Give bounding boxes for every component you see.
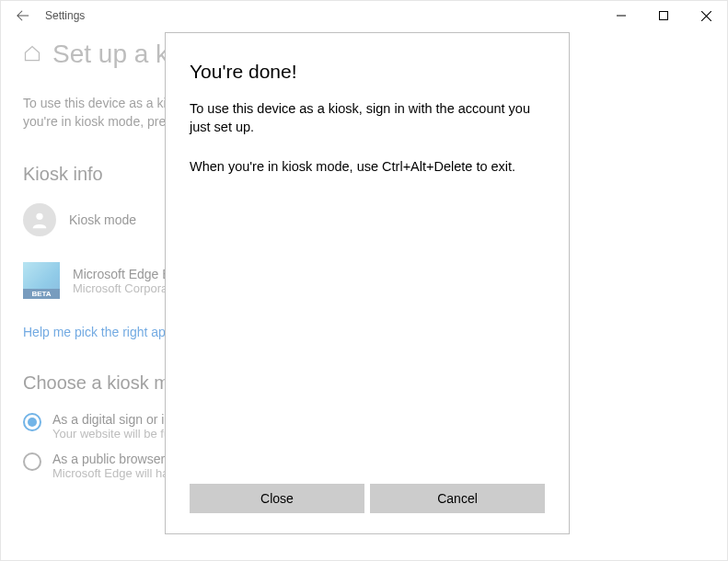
minimize-icon (617, 11, 626, 20)
window-title: Settings (45, 9, 85, 22)
titlebar: Settings (1, 1, 727, 30)
dialog-title: You're done! (190, 61, 545, 83)
edge-icon: BETA (23, 262, 60, 299)
arrow-left-icon (17, 9, 29, 22)
svg-rect-0 (660, 12, 668, 20)
close-window-button[interactable] (685, 1, 727, 30)
dialog-body: To use this device as a kiosk, sign in w… (190, 99, 545, 196)
close-icon (701, 11, 711, 21)
cancel-button[interactable]: Cancel (370, 484, 545, 513)
back-button[interactable] (8, 1, 38, 30)
done-dialog: You're done! To use this device as a kio… (165, 32, 570, 534)
dialog-p1: To use this device as a kiosk, sign in w… (190, 99, 545, 137)
avatar (23, 203, 56, 236)
minimize-button[interactable] (600, 1, 642, 30)
help-link[interactable]: Help me pick the right app (23, 325, 173, 339)
home-icon (23, 44, 41, 65)
edge-beta-badge: BETA (23, 289, 60, 299)
close-button[interactable]: Close (190, 484, 364, 513)
maximize-icon (659, 11, 668, 20)
kiosk-mode-label: Kiosk mode (69, 212, 136, 227)
svg-point-1 (36, 213, 42, 220)
maximize-button[interactable] (642, 1, 685, 30)
dialog-p2: When you're in kiosk mode, use Ctrl+Alt+… (190, 157, 545, 176)
person-icon (29, 210, 50, 230)
radio-icon (23, 452, 41, 471)
radio-icon (23, 413, 41, 431)
